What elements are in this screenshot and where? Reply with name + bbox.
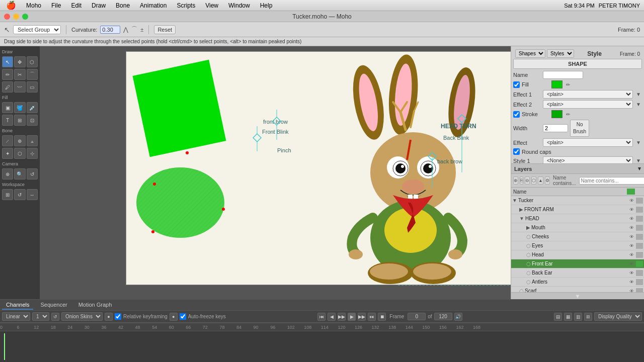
view-toggle-button[interactable]: ⊞	[584, 313, 592, 321]
extra-tool2[interactable]: ⊡	[27, 115, 38, 126]
play-button[interactable]: ▶	[348, 313, 356, 321]
reset-button[interactable]: Reset	[154, 25, 176, 34]
ws-tool2[interactable]: ↺	[14, 189, 25, 200]
shapes-dropdown[interactable]: Shapes	[515, 49, 545, 58]
effect1-edit-icon[interactable]: ▼	[635, 91, 642, 98]
view-compact-button[interactable]: ▤	[554, 313, 562, 321]
window-minimize-button[interactable]	[13, 14, 19, 20]
layer-row-tucker[interactable]: ▼Tucker👁	[511, 196, 644, 205]
play-next-button[interactable]: ⏭	[368, 313, 376, 321]
menu-view[interactable]: View	[203, 2, 220, 9]
play-prev-button[interactable]: ⏮	[317, 313, 326, 321]
ik-tool[interactable]: ⊕	[14, 135, 25, 146]
layer-visibility-icon[interactable]: 👁	[628, 207, 635, 212]
menu-edit[interactable]: Edit	[69, 2, 84, 9]
step-back-button[interactable]: ◀	[328, 313, 336, 321]
layers-settings-button[interactable]: ⚙	[545, 176, 550, 185]
fill-edit-icon[interactable]: ✏	[565, 81, 572, 88]
layer-row-head[interactable]: ▼HEAD👁	[511, 214, 644, 223]
bone-tool2[interactable]: ✦	[2, 148, 13, 159]
fill-checkbox[interactable]	[513, 81, 520, 88]
loop-button[interactable]: ↺	[51, 313, 59, 321]
interp-select[interactable]: Linear	[2, 312, 30, 321]
style1-dropdown[interactable]: <None>	[543, 156, 633, 163]
tab-motion-graph[interactable]: Motion Graph	[74, 301, 116, 310]
layer-visibility-icon[interactable]: 👁	[628, 234, 635, 239]
curvature-input[interactable]	[100, 26, 120, 34]
move-tool[interactable]: ✥	[14, 56, 25, 67]
effect-dropdown[interactable]: <plain>	[543, 138, 633, 147]
text-tool[interactable]: T	[2, 115, 13, 126]
canvas-area[interactable]: front brow Front Blink Pinch Back Blink …	[40, 46, 511, 299]
stroke-color-swatch[interactable]	[551, 110, 562, 118]
audio-button[interactable]: 🔊	[454, 313, 462, 321]
pen-tool[interactable]: 🖊	[2, 81, 13, 93]
onion-skins-select[interactable]: Onion Skins	[61, 312, 103, 321]
name-input[interactable]	[543, 71, 583, 79]
bucket-tool[interactable]: 🪣	[14, 102, 25, 113]
frame-total-input[interactable]	[434, 313, 452, 320]
menu-window[interactable]: Window	[226, 2, 252, 9]
tab-channels[interactable]: Channels	[2, 301, 33, 310]
apple-menu[interactable]: 🍎	[4, 1, 18, 10]
menu-scripts[interactable]: Scripts	[175, 2, 197, 9]
layers-scroll-down[interactable]: ▼	[511, 292, 644, 299]
layer-visibility-icon[interactable]: 👁	[628, 261, 635, 266]
layer-visibility-icon[interactable]: 👁	[628, 289, 635, 293]
layer-row-front_arm[interactable]: ▶FRONT ARM👁	[511, 205, 644, 214]
fill-color-swatch[interactable]	[551, 80, 562, 88]
step-fwd-button[interactable]: ▶▶	[338, 313, 346, 321]
camera-zoom-tool[interactable]: 🔍	[14, 168, 25, 179]
stop-button[interactable]: ⏹	[378, 313, 386, 321]
bone-tool3[interactable]: ⬡	[14, 148, 25, 159]
camera-rotate-tool[interactable]: ↺	[27, 168, 38, 179]
auto-freeze-checkbox[interactable]	[180, 313, 186, 320]
layer-row-scarf[interactable]: ◌Scarf👁	[511, 287, 644, 292]
window-maximize-button[interactable]	[22, 14, 28, 20]
view-large-button[interactable]: ▥	[574, 313, 582, 321]
frame-area[interactable]	[0, 331, 644, 362]
stroke-edit-icon[interactable]: ✏	[565, 111, 572, 118]
relative-toggle[interactable]: ●	[170, 313, 178, 321]
camera-move-tool[interactable]: ⊕	[2, 168, 13, 179]
layers-group-button[interactable]: ⬡	[531, 176, 536, 185]
extra-tool1[interactable]: ⊞	[14, 115, 25, 126]
delete-point-tool[interactable]: ✂	[14, 69, 25, 80]
fps-select[interactable]: 1	[32, 312, 49, 321]
step-forward-button[interactable]: ▶▶	[358, 313, 366, 321]
layers-add-button[interactable]: ⊕	[513, 176, 518, 185]
ws-tool1[interactable]: ⊞	[2, 189, 13, 200]
layer-row-head_layer[interactable]: ◌Head👁	[511, 250, 644, 259]
layer-row-mouth[interactable]: ▶Mouth👁	[511, 223, 644, 232]
layers-delete-button[interactable]: ⊖	[525, 176, 530, 185]
layer-visibility-icon[interactable]: 👁	[628, 216, 635, 221]
canvas-inner[interactable]: front brow Front Blink Pinch Back Blink …	[126, 51, 511, 285]
layer-visibility-icon[interactable]: 👁	[628, 252, 635, 257]
fill-tool[interactable]: ▣	[2, 102, 13, 113]
tab-sequencer[interactable]: Sequencer	[36, 301, 71, 310]
display-quality-select[interactable]: Display Quality	[594, 312, 642, 321]
layer-row-back_ear[interactable]: ◌Back Ear👁	[511, 268, 644, 278]
layer-row-eyes[interactable]: ◌Eyes👁	[511, 241, 644, 250]
round-caps-checkbox[interactable]	[513, 148, 520, 155]
layer-row-cheeks[interactable]: ◌Cheeks👁	[511, 232, 644, 241]
freehand-tool[interactable]: 〰	[14, 81, 25, 93]
effect-edit-icon[interactable]: ▼	[635, 139, 642, 146]
menu-draw[interactable]: Draw	[90, 2, 108, 9]
relative-keyframing-checkbox[interactable]	[115, 313, 121, 320]
layers-search-input[interactable]	[579, 177, 644, 185]
view-medium-button[interactable]: ▦	[564, 313, 572, 321]
bone-tool[interactable]: ⟋	[2, 135, 13, 146]
effect1-dropdown[interactable]: <plain>	[543, 90, 633, 99]
layer-row-front_ear[interactable]: ◌Front Ear👁	[511, 259, 644, 268]
width-input[interactable]	[543, 124, 568, 132]
transform-tool[interactable]: ⬡	[27, 56, 38, 67]
layer-visibility-icon[interactable]: 👁	[628, 225, 635, 230]
onion-toggle[interactable]: ●	[105, 313, 113, 321]
layer-row-antlers[interactable]: ◌Antlers👁	[511, 278, 644, 287]
window-close-button[interactable]	[4, 14, 10, 20]
layers-move-up-button[interactable]: ▲	[538, 176, 543, 185]
no-brush-button[interactable]: No Brush	[570, 120, 589, 137]
layer-visibility-icon[interactable]: 👁	[628, 270, 635, 276]
style1-edit-icon[interactable]: ▼	[635, 157, 642, 164]
